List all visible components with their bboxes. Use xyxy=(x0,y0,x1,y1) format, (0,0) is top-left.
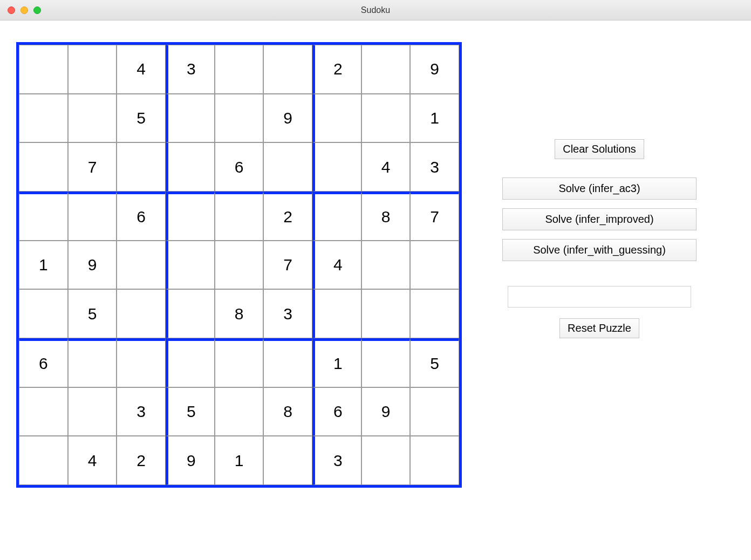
sudoku-cell[interactable]: 3 xyxy=(117,387,166,436)
sudoku-cell[interactable] xyxy=(215,338,264,387)
sudoku-cell[interactable]: 8 xyxy=(215,289,264,338)
sudoku-cell[interactable] xyxy=(410,436,459,485)
sudoku-cell[interactable] xyxy=(19,387,68,436)
sudoku-cell[interactable]: 6 xyxy=(117,192,166,241)
sudoku-cell[interactable]: 8 xyxy=(361,192,411,241)
sudoku-cell[interactable]: 4 xyxy=(361,142,411,192)
sudoku-cell[interactable] xyxy=(166,241,215,290)
sudoku-cell[interactable] xyxy=(263,142,312,192)
sudoku-cell[interactable]: 2 xyxy=(263,192,312,241)
sudoku-cell[interactable]: 4 xyxy=(68,436,117,485)
sudoku-cell[interactable] xyxy=(410,289,459,338)
sudoku-cell[interactable] xyxy=(117,241,166,290)
sudoku-cell[interactable]: 3 xyxy=(312,436,361,485)
sudoku-cell[interactable]: 2 xyxy=(312,45,361,94)
window-title: Sudoku xyxy=(0,5,751,15)
titlebar: Sudoku xyxy=(0,0,751,21)
sudoku-cell[interactable] xyxy=(166,192,215,241)
sudoku-cell[interactable]: 2 xyxy=(117,436,166,485)
sudoku-cell[interactable] xyxy=(19,45,68,94)
sudoku-cell[interactable] xyxy=(361,45,411,94)
sudoku-cell[interactable] xyxy=(19,192,68,241)
sudoku-cell[interactable]: 6 xyxy=(312,387,361,436)
reset-puzzle-button[interactable]: Reset Puzzle xyxy=(559,318,639,338)
solve-ac3-button[interactable]: Solve (infer_ac3) xyxy=(502,177,697,200)
solve-guessing-button[interactable]: Solve (infer_with_guessing) xyxy=(502,239,697,261)
sudoku-cell[interactable]: 9 xyxy=(263,94,312,143)
sudoku-cell[interactable] xyxy=(68,338,117,387)
sudoku-cell[interactable]: 9 xyxy=(166,436,215,485)
sudoku-cell[interactable] xyxy=(19,94,68,143)
close-icon[interactable] xyxy=(8,6,15,14)
sudoku-cell[interactable]: 7 xyxy=(68,142,117,192)
sudoku-cell[interactable]: 4 xyxy=(117,45,166,94)
sudoku-cell[interactable] xyxy=(215,45,264,94)
sudoku-cell[interactable] xyxy=(361,241,411,290)
sudoku-cell[interactable] xyxy=(166,289,215,338)
sudoku-cell[interactable]: 4 xyxy=(312,241,361,290)
sudoku-cell[interactable] xyxy=(312,289,361,338)
sudoku-cell[interactable] xyxy=(19,289,68,338)
sudoku-cell[interactable] xyxy=(215,241,264,290)
sudoku-cell[interactable]: 5 xyxy=(410,338,459,387)
sudoku-cell[interactable]: 1 xyxy=(19,241,68,290)
sudoku-cell[interactable]: 9 xyxy=(361,387,411,436)
sudoku-cell[interactable]: 9 xyxy=(410,45,459,94)
sudoku-cell[interactable] xyxy=(215,192,264,241)
sudoku-cell[interactable] xyxy=(117,338,166,387)
sudoku-cell[interactable]: 5 xyxy=(117,94,166,143)
sudoku-cell[interactable] xyxy=(68,45,117,94)
sudoku-cell[interactable]: 6 xyxy=(215,142,264,192)
controls-panel: Clear Solutions Solve (infer_ac3) Solve … xyxy=(500,42,699,488)
minimize-icon[interactable] xyxy=(21,6,28,14)
puzzle-input[interactable] xyxy=(508,286,691,308)
sudoku-cell[interactable] xyxy=(361,289,411,338)
solve-improved-button[interactable]: Solve (infer_improved) xyxy=(502,208,697,230)
sudoku-cell[interactable] xyxy=(410,387,459,436)
sudoku-cell[interactable]: 8 xyxy=(263,387,312,436)
sudoku-cell[interactable] xyxy=(263,436,312,485)
maximize-icon[interactable] xyxy=(33,6,41,14)
sudoku-cell[interactable] xyxy=(68,94,117,143)
sudoku-cell[interactable]: 9 xyxy=(68,241,117,290)
sudoku-cell[interactable] xyxy=(68,192,117,241)
sudoku-cell[interactable]: 7 xyxy=(410,192,459,241)
sudoku-cell[interactable]: 3 xyxy=(166,45,215,94)
sudoku-cell[interactable]: 1 xyxy=(410,94,459,143)
sudoku-cell[interactable] xyxy=(312,192,361,241)
sudoku-cell[interactable] xyxy=(312,94,361,143)
sudoku-cell[interactable] xyxy=(410,241,459,290)
sudoku-cell[interactable]: 6 xyxy=(19,338,68,387)
sudoku-cell[interactable] xyxy=(215,387,264,436)
sudoku-board: 43295917643628719745836153586942913 xyxy=(16,42,462,488)
sudoku-cell[interactable] xyxy=(19,142,68,192)
sudoku-cell[interactable] xyxy=(19,436,68,485)
traffic-lights xyxy=(8,6,41,14)
sudoku-cell[interactable] xyxy=(117,289,166,338)
sudoku-cell[interactable]: 5 xyxy=(68,289,117,338)
sudoku-cell[interactable] xyxy=(263,338,312,387)
sudoku-cell[interactable]: 3 xyxy=(410,142,459,192)
sudoku-cell[interactable]: 5 xyxy=(166,387,215,436)
sudoku-cell[interactable]: 1 xyxy=(215,436,264,485)
sudoku-cell[interactable]: 7 xyxy=(263,241,312,290)
sudoku-cell[interactable] xyxy=(361,94,411,143)
sudoku-cell[interactable] xyxy=(215,94,264,143)
clear-solutions-button[interactable]: Clear Solutions xyxy=(555,139,644,159)
sudoku-cell[interactable] xyxy=(166,338,215,387)
sudoku-cell[interactable]: 3 xyxy=(263,289,312,338)
sudoku-cell[interactable] xyxy=(166,142,215,192)
sudoku-cell[interactable] xyxy=(117,142,166,192)
sudoku-cell[interactable] xyxy=(263,45,312,94)
sudoku-cell[interactable] xyxy=(68,387,117,436)
sudoku-cell[interactable] xyxy=(166,94,215,143)
sudoku-cell[interactable] xyxy=(361,338,411,387)
sudoku-cell[interactable] xyxy=(312,142,361,192)
sudoku-cell[interactable] xyxy=(361,436,411,485)
sudoku-cell[interactable]: 1 xyxy=(312,338,361,387)
